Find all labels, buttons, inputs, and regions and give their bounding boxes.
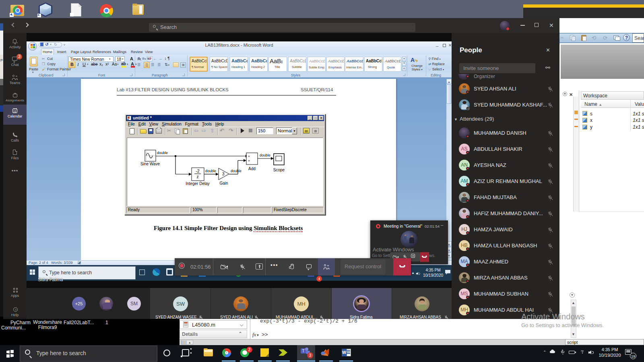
svg-text:Gain: Gain (219, 181, 228, 185)
svg-text:+: + (248, 159, 250, 163)
svg-text:Integer Delay: Integer Delay (186, 181, 209, 186)
svg-text:z: z (197, 175, 199, 179)
svg-text:double: double (157, 151, 168, 155)
svg-text:3: 3 (222, 172, 225, 176)
svg-text:Sine Wave: Sine Wave (140, 162, 160, 166)
svg-text:double: double (231, 169, 242, 173)
svg-text:Add: Add (248, 167, 256, 171)
svg-text:Scope: Scope (273, 168, 285, 172)
svg-text:+: + (248, 154, 250, 158)
svg-text:double: double (260, 153, 270, 157)
svg-text:double: double (205, 169, 216, 173)
svg-text:-2: -2 (196, 169, 200, 173)
